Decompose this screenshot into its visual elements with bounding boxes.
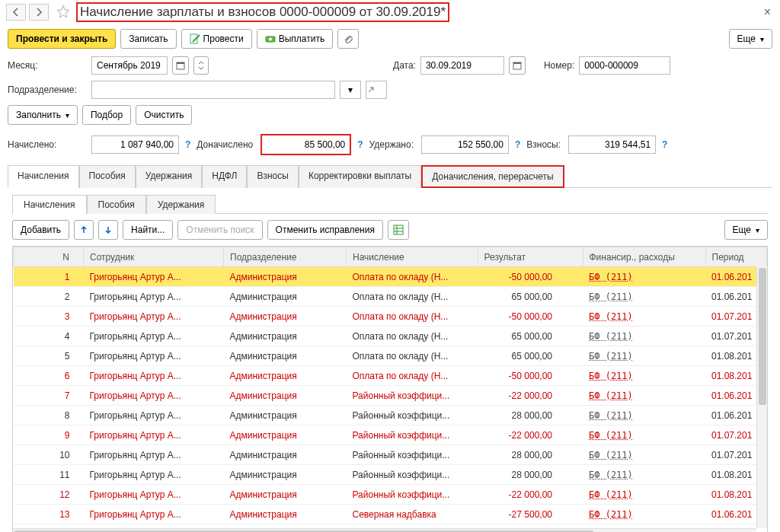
table-row[interactable]: 3Григорьянц Артур А...АдминистрацияОплат…	[14, 307, 767, 327]
save-button[interactable]: Записать	[120, 29, 176, 49]
cell-employee: Григорьянц Артур А...	[84, 445, 224, 465]
cell-financing: БФ (211)	[583, 346, 705, 366]
fill-button[interactable]: Заполнить	[8, 105, 78, 125]
clear-button[interactable]: Очистить	[136, 105, 192, 125]
table-row[interactable]: 6Григорьянц Артур А...АдминистрацияОплат…	[14, 366, 767, 386]
withheld-label: Удержано:	[369, 139, 414, 150]
department-dropdown-button[interactable]: ▾	[340, 81, 361, 99]
pay-icon	[265, 33, 276, 44]
vertical-scrollbar[interactable]	[756, 266, 767, 528]
close-button[interactable]: ×	[761, 5, 774, 19]
number-input[interactable]	[579, 56, 670, 75]
cell-n: 2	[14, 287, 84, 307]
cancel-find-button[interactable]: Отменить поиск	[177, 220, 262, 240]
table-row[interactable]: 10Григорьянц Артур А...АдминистрацияРайо…	[14, 445, 767, 465]
post-and-close-button[interactable]: Провести и закрыть	[8, 29, 116, 49]
tab-accruals[interactable]: Начисления	[8, 165, 79, 188]
additional-help[interactable]: ?	[356, 139, 364, 150]
cell-result: 65 000,00	[478, 327, 583, 346]
attach-button[interactable]	[337, 29, 359, 49]
department-input[interactable]	[91, 81, 335, 99]
tab-recalculations[interactable]: Доначисления, перерасчеты	[421, 165, 564, 188]
pay-button[interactable]: Выплатить	[257, 29, 334, 49]
table-more-button[interactable]: Еще	[724, 220, 768, 240]
favorite-star-icon[interactable]	[56, 5, 72, 20]
find-button[interactable]: Найти...	[123, 220, 173, 240]
table-row[interactable]: 5Григорьянц Артур А...АдминистрацияОплат…	[14, 346, 767, 366]
cell-employee: Григорьянц Артур А...	[84, 485, 224, 505]
accrued-value[interactable]	[91, 135, 179, 154]
table-row[interactable]: 7Григорьянц Артур А...АдминистрацияРайон…	[14, 386, 767, 406]
col-n[interactable]: N	[14, 247, 84, 267]
move-down-button[interactable]	[98, 220, 118, 240]
contributions-value[interactable]	[568, 135, 656, 154]
table-row[interactable]: 13Григорьянц Артур А...АдминистрацияСеве…	[14, 505, 767, 524]
tab-corrections[interactable]: Корректировки выплаты	[299, 165, 421, 188]
move-up-button[interactable]	[74, 220, 94, 240]
nav-forward-button[interactable]	[29, 4, 49, 21]
select-button[interactable]: Подбор	[82, 105, 131, 125]
table-row[interactable]: 2Григорьянц Артур А...АдминистрацияОплат…	[14, 287, 767, 307]
cell-accrual: Районный коэффици...	[347, 386, 478, 406]
cell-n: 13	[14, 505, 84, 524]
contributions-help[interactable]: ?	[660, 139, 669, 150]
cell-accrual: Районный коэффици...	[347, 406, 478, 425]
table-row[interactable]: 4Григорьянц Артур А...АдминистрацияОплат…	[14, 327, 767, 346]
tab-ndfl[interactable]: НДФЛ	[202, 165, 247, 188]
nav-back-button[interactable]	[6, 4, 26, 21]
subtab-deductions[interactable]: Удержания	[146, 195, 216, 214]
cell-result: 28 000,00	[478, 406, 583, 425]
col-accrual[interactable]: Начисление	[347, 247, 478, 267]
cell-employee: Григорьянц Артур А...	[84, 346, 224, 366]
col-financing[interactable]: Финансир., расходы	[583, 247, 705, 267]
cell-financing: БФ (211)	[583, 267, 705, 287]
col-employee[interactable]: Сотрудник	[84, 247, 224, 267]
table-row[interactable]: 8Григорьянц Артур А...АдминистрацияРайон…	[14, 406, 767, 425]
cell-result: -22 000,00	[478, 425, 583, 445]
table-row[interactable]: 9Григорьянц Артур А...АдминистрацияРайон…	[14, 425, 767, 445]
accrued-label: Начислено:	[8, 139, 84, 150]
cell-n: 9	[14, 425, 84, 445]
cell-department: Администрация	[224, 406, 347, 425]
department-label: Подразделение:	[8, 84, 87, 95]
post-button[interactable]: Провести	[181, 29, 252, 49]
subtab-benefits[interactable]: Пособия	[87, 195, 146, 214]
cell-n: 10	[14, 445, 84, 465]
show-details-button[interactable]	[388, 220, 409, 240]
col-department[interactable]: Подразделение	[224, 247, 347, 267]
svg-rect-6	[513, 62, 521, 64]
date-calendar-button[interactable]	[509, 56, 526, 75]
col-result[interactable]: Результат	[478, 247, 583, 267]
subtab-accruals[interactable]: Начисления	[12, 195, 87, 214]
cancel-corrections-button[interactable]: Отменить исправления	[267, 220, 383, 240]
month-calendar-button[interactable]	[172, 56, 189, 75]
tab-contributions[interactable]: Взносы	[247, 165, 298, 188]
department-open-button[interactable]	[366, 81, 387, 99]
col-period[interactable]: Период	[705, 247, 767, 267]
additional-value[interactable]	[262, 135, 350, 154]
add-row-button[interactable]: Добавить	[12, 220, 69, 240]
more-button[interactable]: Еще	[729, 29, 772, 49]
cell-employee: Григорьянц Артур А...	[84, 287, 224, 307]
withheld-value[interactable]	[421, 135, 509, 154]
cell-financing: БФ (211)	[583, 485, 705, 505]
tab-benefits[interactable]: Пособия	[79, 165, 136, 188]
month-stepper-button[interactable]	[193, 56, 209, 75]
cell-financing: БФ (211)	[583, 287, 705, 307]
cell-result: -27 500,00	[478, 505, 583, 524]
accrued-help[interactable]: ?	[184, 139, 192, 150]
cell-department: Администрация	[224, 505, 347, 524]
date-input[interactable]	[420, 56, 504, 75]
table-row[interactable]: 11Григорьянц Артур А...АдминистрацияРайо…	[14, 465, 767, 485]
table-row[interactable]: 1Григорьянц Артур А...АдминистрацияОплат…	[14, 267, 767, 287]
cell-financing: БФ (211)	[583, 505, 705, 524]
fill-row: Заполнить Подбор Очистить	[0, 102, 780, 128]
month-input[interactable]	[91, 56, 168, 75]
cell-n: 4	[14, 327, 84, 346]
table-row[interactable]: 12Григорьянц Артур А...АдминистрацияРайо…	[14, 485, 767, 505]
horizontal-scrollbar[interactable]	[13, 528, 756, 532]
cell-n: 12	[14, 485, 84, 505]
cell-department: Администрация	[224, 346, 347, 366]
withheld-help[interactable]: ?	[513, 139, 522, 150]
tab-deductions[interactable]: Удержания	[136, 165, 203, 188]
